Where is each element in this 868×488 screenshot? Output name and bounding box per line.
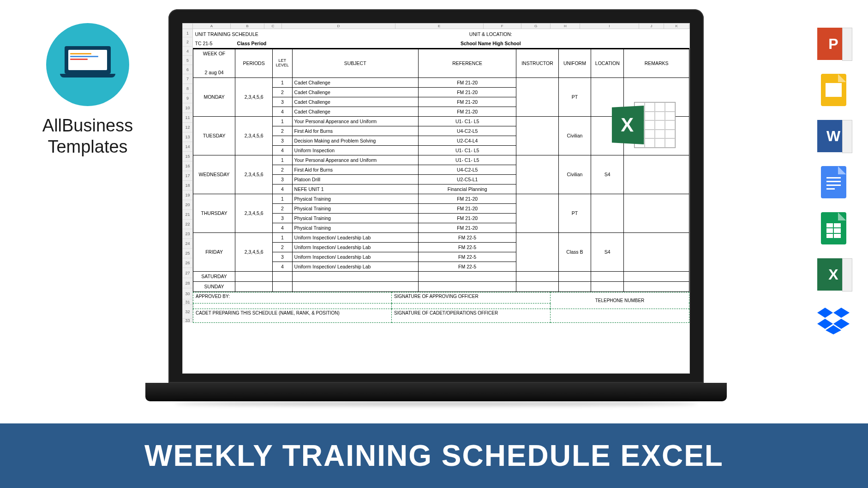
schedule-table: UNIT TRAINING SCHEDULE UNIT & LOCATION: … [193, 29, 689, 292]
subject-cell: Physical Training [292, 223, 418, 232]
let-level: 3 [273, 252, 293, 262]
signature-cadet-label: SIGNATURE OF CADET/OPERATIONS OFFICER [392, 309, 551, 322]
day-name: WEDNESDAY [193, 155, 235, 194]
table-row: MONDAY2,3,4,5,61Cadet ChallengeFM 21-20P… [193, 77, 689, 87]
subject-cell: Platoon Drill [292, 174, 418, 184]
google-sheets-icon [817, 212, 850, 244]
subject-cell: Decision Making and Problem Solving [292, 136, 418, 145]
subject-cell: Your Personal Apperance and Uniform [292, 116, 418, 126]
signature-approving-label: SIGNATURE OF APPROVING OFFICER [392, 292, 551, 303]
hdr-remarks: REMARKS [624, 48, 689, 77]
uniform-cell: Civilian [558, 155, 591, 194]
class-period-label: Class Period [235, 39, 292, 48]
location-cell: S4 [591, 155, 624, 194]
remarks-cell [624, 194, 689, 232]
let-level: 1 [273, 116, 293, 126]
let-level: 1 [273, 194, 293, 203]
dropbox-icon [817, 304, 850, 337]
subject-cell: Physical Training [292, 194, 418, 203]
word-icon: W [817, 120, 850, 152]
let-level: 2 [273, 242, 293, 252]
approved-by-label: APPROVED BY: [193, 292, 392, 303]
subject-cell: Uniform Inspection/ Leadership Lab [292, 232, 418, 242]
instructor-cell [516, 194, 558, 232]
let-level: 2 [273, 203, 293, 213]
excel-overlay-icon: X [611, 97, 676, 153]
reference-cell: U1- C1- L5 [418, 145, 516, 155]
cadet-preparing-label: CADET PREPARING THIS SCHEDULE (NAME, RAN… [193, 309, 392, 322]
hdr-periods: PERIODS [235, 48, 273, 77]
day-saturday: SATURDAY [193, 271, 235, 281]
day-name: MONDAY [193, 77, 235, 116]
reference-cell: FM 21-20 [418, 87, 516, 97]
laptop-frame: 1245678910111213141516171819202122232425… [168, 9, 704, 383]
let-level: 4 [273, 262, 293, 271]
let-level: 4 [273, 107, 293, 116]
let-level: 1 [273, 77, 293, 87]
day-name: FRIDAY [193, 232, 235, 271]
day-periods: 2,3,4,5,6 [235, 194, 273, 232]
subject-cell: Cadet Challenge [292, 87, 418, 97]
svg-marker-1 [833, 308, 850, 318]
hdr-reference: REFERENCE [418, 48, 516, 77]
school-name: School Name High School [292, 39, 689, 48]
google-slides-icon [817, 74, 850, 106]
reference-cell: FM 21-20 [418, 97, 516, 107]
let-level: 1 [273, 232, 293, 242]
hdr-uniform: UNIFORM [558, 48, 591, 77]
reference-cell: FM 21-20 [418, 223, 516, 232]
day-periods: 2,3,4,5,6 [235, 77, 273, 116]
instructor-cell [516, 155, 558, 194]
brand-name: AllBusinessTemplates [28, 115, 148, 157]
table-row: WEDNESDAY2,3,4,5,61Your Personal Apperan… [193, 155, 689, 165]
table-row: THURSDAY2,3,4,5,61Physical TrainingFM 21… [193, 194, 689, 203]
reference-cell: FM 21-20 [418, 107, 516, 116]
uniform-cell: PT [558, 194, 591, 232]
subject-cell: First Aid for Burns [292, 126, 418, 136]
let-level: 2 [273, 165, 293, 174]
subject-cell: Uniform Inspection [292, 145, 418, 155]
reference-cell: FM 21-20 [418, 77, 516, 87]
svg-marker-0 [817, 308, 833, 318]
remarks-cell [624, 155, 689, 194]
spreadsheet-display: 1245678910111213141516171819202122232425… [182, 23, 690, 374]
logo-circle-icon [46, 23, 129, 106]
let-level: 4 [273, 184, 293, 194]
brand-logo: AllBusinessTemplates [28, 23, 148, 157]
reference-cell: U1- C1- L5 [418, 116, 516, 126]
subject-cell: Your Personal Apperance and Uniform [292, 155, 418, 165]
day-name: THURSDAY [193, 194, 235, 232]
let-level: 4 [273, 145, 293, 155]
column-headers: ABCDEFGHIJK [183, 24, 689, 29]
subject-cell: Physical Training [292, 213, 418, 223]
subject-cell: Cadet Challenge [292, 97, 418, 107]
let-level: 2 [273, 126, 293, 136]
reference-cell: FM 21-20 [418, 203, 516, 213]
excel-icon: X [817, 258, 850, 291]
let-level: 4 [273, 223, 293, 232]
laptop-icon [60, 46, 115, 83]
reference-cell: FM 22-5 [418, 232, 516, 242]
sheet-content: UNIT TRAINING SCHEDULE UNIT & LOCATION: … [193, 29, 689, 323]
hdr-let: LET LEVEL [273, 48, 293, 77]
let-level: 3 [273, 136, 293, 145]
let-level: 2 [273, 87, 293, 97]
let-level: 3 [273, 174, 293, 184]
google-docs-icon [817, 166, 850, 198]
let-level: 1 [273, 155, 293, 165]
day-periods: 2,3,4,5,6 [235, 232, 273, 271]
format-icons-sidebar: P W X [817, 28, 850, 337]
subject-cell: First Aid for Burns [292, 165, 418, 174]
reference-cell: FM 21-20 [418, 213, 516, 223]
footer-table: APPROVED BY: SIGNATURE OF APPROVING OFFI… [193, 292, 689, 323]
hdr-week-date: 2 aug 04 [193, 68, 235, 77]
hdr-instructor: INSTRUCTOR [516, 48, 558, 77]
reference-cell: Financial Planning [418, 184, 516, 194]
reference-cell: U2-C5-L1 [418, 174, 516, 184]
day-name: TUESDAY [193, 116, 235, 155]
uniform-cell: Class B [558, 232, 591, 271]
day-periods: 2,3,4,5,6 [235, 116, 273, 155]
laptop-mockup: 1245678910111213141516171819202122232425… [168, 9, 704, 401]
subject-cell: Uniform Inspection/ Leadership Lab [292, 242, 418, 252]
instructor-cell [516, 77, 558, 116]
